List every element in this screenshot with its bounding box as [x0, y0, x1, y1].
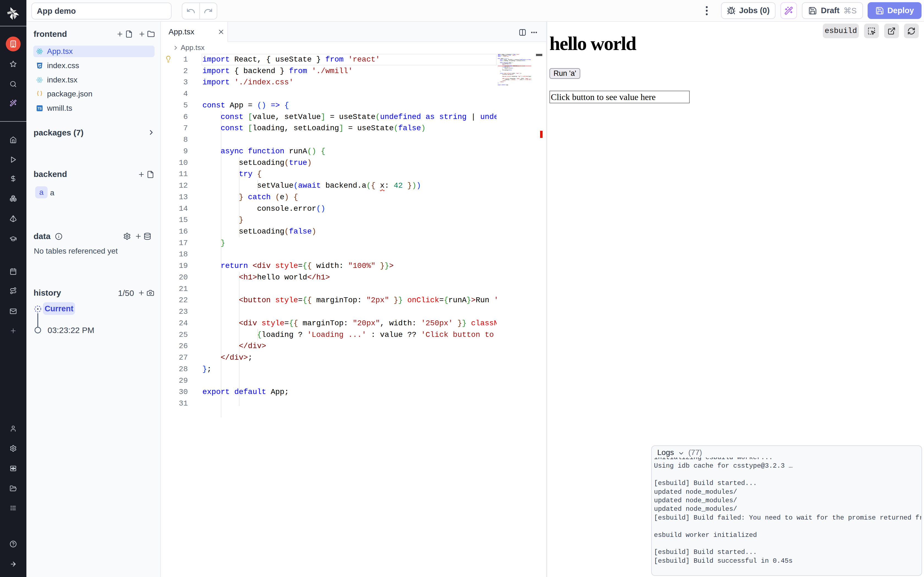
svg-text:TS: TS — [37, 106, 42, 110]
